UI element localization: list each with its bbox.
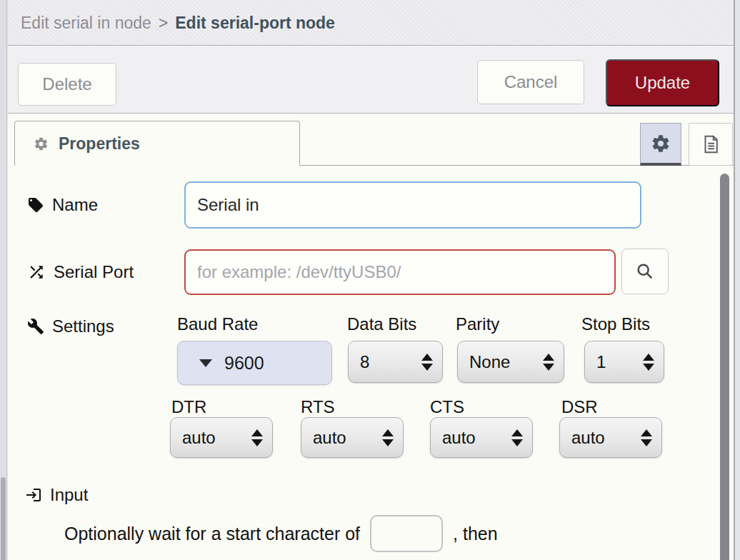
caret-down-icon <box>199 359 212 367</box>
stop-bits-select[interactable]: 1 <box>584 341 664 383</box>
name-input[interactable] <box>184 181 641 229</box>
start-character-sentence: Optionally wait for a start character of… <box>64 506 498 560</box>
breadcrumb: Edit serial in node > Edit serial-port n… <box>21 0 335 46</box>
settings-label: Settings <box>27 315 114 338</box>
breadcrumb-parent: Edit serial in node <box>21 14 151 33</box>
tray-header: Edit serial in node > Edit serial-port n… <box>8 0 734 46</box>
dsr-select[interactable]: auto <box>559 417 662 458</box>
breadcrumb-separator: > <box>159 14 168 33</box>
rts-label: RTS <box>301 397 335 417</box>
shuffle-icon <box>27 263 46 281</box>
wrench-icon <box>27 318 44 335</box>
sentence-before: Optionally wait for a start character of <box>64 524 360 544</box>
tab-properties-label: Properties <box>59 134 140 154</box>
sentence-after: , then <box>453 524 498 544</box>
gear-icon <box>34 136 49 151</box>
edit-tray: Edit serial in node > Edit serial-port n… <box>8 0 735 560</box>
cts-select[interactable]: auto <box>430 417 533 458</box>
dsr-label: DSR <box>561 397 598 417</box>
select-arrows-icon <box>382 429 394 446</box>
tab-properties[interactable]: Properties <box>14 121 300 166</box>
tray-toolbar: Delete Cancel Update <box>8 46 734 114</box>
tray-body: Properties <box>8 114 734 560</box>
parity-select[interactable]: None <box>457 341 564 383</box>
serial-port-search-button[interactable] <box>621 249 669 294</box>
search-icon <box>635 261 655 281</box>
baud-rate-select[interactable]: 9600 <box>177 341 332 385</box>
select-arrows-icon <box>643 354 654 371</box>
gear-icon <box>651 134 671 154</box>
baud-rate-label: Baud Rate <box>177 314 258 334</box>
serial-port-label: Serial Port <box>27 261 134 284</box>
description-tab-button[interactable] <box>689 123 733 166</box>
name-label: Name <box>27 194 98 216</box>
serial-port-input[interactable] <box>184 249 616 295</box>
select-arrows-icon <box>251 429 263 446</box>
page-scrollbar-left-thumb[interactable] <box>1 477 6 560</box>
edit-serial-port-dialog: Edit serial in node > Edit serial-port n… <box>0 0 740 560</box>
input-section-label: Input <box>25 484 88 506</box>
cts-label: CTS <box>430 397 464 417</box>
properties-tab-button[interactable] <box>640 123 681 166</box>
delete-button[interactable]: Delete <box>18 63 116 106</box>
update-button[interactable]: Update <box>606 59 719 106</box>
form-scrollbar-thumb[interactable] <box>720 174 729 560</box>
select-arrows-icon <box>543 354 554 371</box>
tag-icon <box>27 196 44 214</box>
select-arrows-icon <box>421 354 433 371</box>
breadcrumb-current: Edit serial-port node <box>175 14 335 33</box>
data-bits-label: Data Bits <box>347 314 416 334</box>
data-bits-select[interactable]: 8 <box>348 341 443 383</box>
select-arrows-icon <box>641 429 652 446</box>
page-scrollbar-left[interactable] <box>0 0 7 560</box>
parity-label: Parity <box>456 314 499 334</box>
stop-bits-label: Stop Bits <box>581 314 650 334</box>
cancel-button[interactable]: Cancel <box>477 60 584 104</box>
select-arrows-icon <box>511 429 523 446</box>
dtr-label: DTR <box>171 397 206 417</box>
sign-in-icon <box>25 486 42 504</box>
document-icon <box>700 134 721 155</box>
start-character-input[interactable] <box>370 515 443 552</box>
rts-select[interactable]: auto <box>301 417 404 458</box>
dtr-select[interactable]: auto <box>170 417 273 458</box>
